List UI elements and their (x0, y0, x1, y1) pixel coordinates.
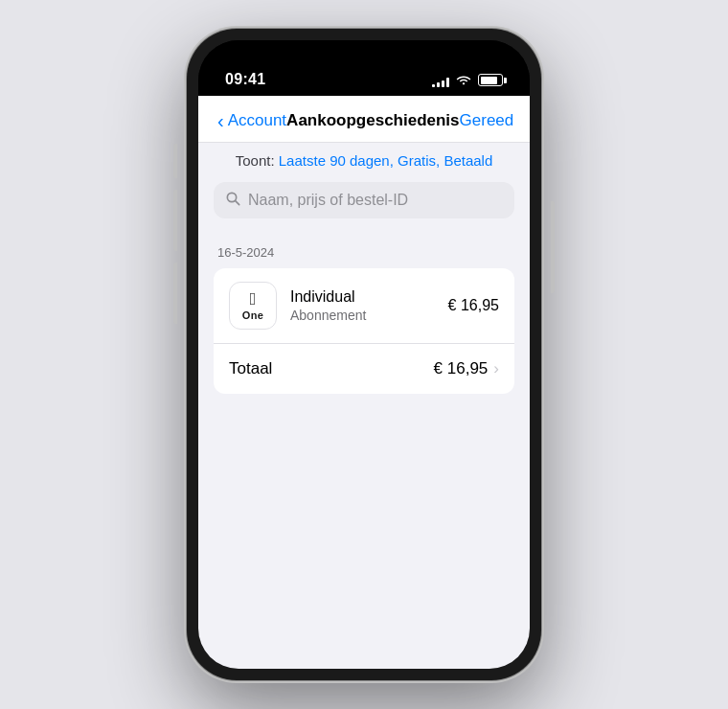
dynamic-island (307, 52, 421, 84)
volume-up-button (173, 190, 177, 251)
nav-bar: ‹ Account Aankoopgeschiedenis Gereed (198, 96, 530, 143)
back-label: Account (228, 111, 286, 130)
svg-line-1 (236, 201, 239, 205)
search-placeholder-text: Naam, prijs of bestel-ID (248, 192, 408, 209)
signal-bar-4 (446, 78, 449, 87)
status-time: 09:41 (225, 71, 265, 88)
power-button (551, 201, 555, 293)
item-info: Individual Abonnement (290, 288, 435, 323)
purchase-item[interactable]:  One Individual Abonnement € 16,95 (214, 268, 514, 344)
date-section: 16-5-2024 (198, 230, 530, 268)
battery-fill (481, 77, 498, 84)
battery-icon (478, 74, 503, 86)
app-icon:  One (229, 282, 277, 330)
one-text: One (242, 309, 263, 321)
signal-icon (432, 74, 449, 87)
filter-prefix: Toont: (236, 152, 275, 169)
item-name: Individual (290, 288, 435, 306)
search-bar[interactable]: Naam, prijs of bestel-ID (214, 182, 514, 218)
total-row[interactable]: Totaal € 16,95 › (214, 344, 514, 394)
signal-bar-1 (432, 84, 435, 87)
back-button[interactable]: ‹ Account (217, 111, 286, 130)
phone-screen: 09:41 (198, 40, 530, 669)
total-label: Totaal (229, 359, 272, 378)
signal-bar-3 (442, 80, 444, 87)
status-icons (432, 72, 503, 88)
filter-value[interactable]: Laatste 90 dagen, Gratis, Betaald (279, 152, 492, 169)
item-price: € 16,95 (448, 297, 499, 314)
filter-row: Toont: Laatste 90 dagen, Gratis, Betaald (198, 143, 530, 174)
volume-silent-button (173, 144, 177, 178)
date-label: 16-5-2024 (217, 245, 274, 260)
total-right: € 16,95 › (434, 359, 499, 378)
nav-title: Aankoopgeschiedenis (286, 111, 459, 130)
wifi-icon (455, 72, 472, 88)
total-price: € 16,95 (434, 359, 489, 378)
volume-down-button (173, 263, 177, 324)
purchase-card:  One Individual Abonnement € 16,95 Tota… (214, 268, 514, 394)
done-button[interactable]: Gereed (460, 111, 514, 130)
chevron-right-icon: › (493, 359, 499, 378)
app-screen: ‹ Account Aankoopgeschiedenis Gereed Too… (198, 96, 530, 669)
apple-logo-icon:  (250, 290, 257, 309)
signal-bar-2 (437, 82, 440, 87)
chevron-left-icon: ‹ (217, 111, 224, 130)
search-icon (225, 191, 240, 210)
search-container: Naam, prijs of bestel-ID (198, 174, 530, 230)
item-subtitle: Abonnement (290, 308, 435, 323)
phone-outer: 09:41 (187, 29, 541, 680)
